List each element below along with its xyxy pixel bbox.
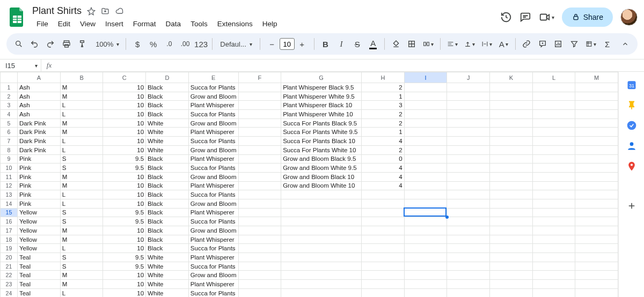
cell-G3[interactable]: Plant Whisperer Black 10 bbox=[281, 101, 362, 110]
cell-D20[interactable]: White bbox=[146, 253, 189, 262]
cell-D19[interactable]: Black bbox=[146, 244, 189, 253]
contacts-icon[interactable] bbox=[626, 140, 637, 151]
cell-J22[interactable] bbox=[447, 271, 490, 280]
cell-K24[interactable] bbox=[489, 288, 532, 297]
cell-C17[interactable]: 10 bbox=[103, 226, 146, 235]
history-icon[interactable] bbox=[500, 11, 512, 23]
cell-B22[interactable]: M bbox=[60, 271, 103, 280]
cell-I21[interactable] bbox=[404, 262, 447, 271]
cell-F1[interactable] bbox=[238, 83, 281, 92]
cell-A13[interactable]: Pink bbox=[17, 190, 60, 199]
menu-format[interactable]: Format bbox=[129, 18, 160, 30]
col-header-F[interactable]: F bbox=[238, 72, 281, 83]
cell-A23[interactable]: Teal bbox=[17, 280, 60, 289]
cell-F18[interactable] bbox=[238, 235, 281, 244]
cell-B16[interactable]: S bbox=[60, 217, 103, 226]
row-header[interactable]: 13 bbox=[1, 190, 18, 199]
cell-K20[interactable] bbox=[489, 253, 532, 262]
cell-A17[interactable]: Yellow bbox=[17, 226, 60, 235]
cell-H1[interactable]: 2 bbox=[362, 83, 405, 92]
cloud-status-icon[interactable] bbox=[115, 7, 125, 16]
cell-M3[interactable] bbox=[575, 101, 618, 110]
cell-I16[interactable] bbox=[404, 217, 447, 226]
cell-A6[interactable]: Dark Pink bbox=[17, 128, 60, 137]
cell-I13[interactable] bbox=[404, 190, 447, 199]
cell-C7[interactable]: 10 bbox=[103, 137, 146, 146]
cell-L24[interactable] bbox=[532, 288, 575, 297]
cell-B3[interactable]: L bbox=[60, 101, 103, 110]
cell-F17[interactable] bbox=[238, 226, 281, 235]
cell-E11[interactable]: Grow and Bloom bbox=[188, 172, 238, 181]
cell-A19[interactable]: Yellow bbox=[17, 244, 60, 253]
cell-E12[interactable]: Plant Whisperer bbox=[188, 181, 238, 190]
cell-H20[interactable] bbox=[362, 253, 405, 262]
cell-F12[interactable] bbox=[238, 181, 281, 190]
cell-F8[interactable] bbox=[238, 145, 281, 154]
cell-C18[interactable]: 10 bbox=[103, 235, 146, 244]
cell-L5[interactable] bbox=[532, 118, 575, 128]
cell-B17[interactable]: M bbox=[60, 226, 103, 235]
cell-K13[interactable] bbox=[489, 190, 532, 199]
cell-I4[interactable] bbox=[404, 110, 447, 119]
cell-J18[interactable] bbox=[447, 235, 490, 244]
cell-I12[interactable] bbox=[404, 181, 447, 190]
cell-C8[interactable]: 10 bbox=[103, 145, 146, 154]
borders-icon[interactable] bbox=[405, 36, 419, 51]
cell-K2[interactable] bbox=[489, 92, 532, 101]
cell-F10[interactable] bbox=[238, 164, 281, 173]
cell-E3[interactable]: Plant Whisperer bbox=[188, 101, 238, 110]
cell-F21[interactable] bbox=[238, 262, 281, 271]
cell-A2[interactable]: Ash bbox=[17, 92, 60, 101]
cell-F20[interactable] bbox=[238, 253, 281, 262]
cell-B6[interactable]: M bbox=[60, 128, 103, 137]
cell-H11[interactable]: 4 bbox=[362, 172, 405, 181]
cell-B4[interactable]: L bbox=[60, 110, 103, 119]
increase-decimal-icon[interactable]: .00 bbox=[178, 36, 192, 51]
cell-C11[interactable]: 10 bbox=[103, 172, 146, 181]
cell-G2[interactable]: Plant Whisperer White 9.5 bbox=[281, 92, 362, 101]
cell-I24[interactable] bbox=[404, 288, 447, 297]
font-family-select[interactable]: Defaul...▾ bbox=[217, 40, 255, 48]
row-header[interactable]: 11 bbox=[1, 172, 18, 181]
cell-K6[interactable] bbox=[489, 128, 532, 137]
decrease-font-icon[interactable]: − bbox=[265, 36, 280, 51]
undo-icon[interactable] bbox=[28, 36, 42, 51]
cell-M13[interactable] bbox=[575, 190, 618, 199]
cell-M21[interactable] bbox=[575, 262, 618, 271]
doc-title[interactable]: Plant Shirts bbox=[32, 5, 82, 17]
cell-A14[interactable]: Pink bbox=[17, 199, 60, 208]
cell-H14[interactable] bbox=[362, 199, 405, 208]
cell-E15[interactable]: Plant Whisperer bbox=[188, 208, 238, 217]
cell-D4[interactable]: Black bbox=[146, 110, 189, 119]
row-header[interactable]: 14 bbox=[1, 199, 18, 208]
valign-icon[interactable]: ▾ bbox=[462, 36, 477, 51]
row-header[interactable]: 17 bbox=[1, 226, 18, 235]
cell-L17[interactable] bbox=[532, 226, 575, 235]
cell-J10[interactable] bbox=[447, 164, 490, 173]
cell-M5[interactable] bbox=[575, 118, 618, 128]
sheets-logo[interactable] bbox=[6, 6, 28, 28]
cell-J1[interactable] bbox=[447, 83, 490, 92]
cell-B24[interactable]: L bbox=[60, 288, 103, 297]
cell-D21[interactable]: White bbox=[146, 262, 189, 271]
cell-H6[interactable]: 1 bbox=[362, 128, 405, 137]
row-header[interactable]: 7 bbox=[1, 137, 18, 146]
cell-J15[interactable] bbox=[447, 208, 490, 217]
cell-H9[interactable]: 0 bbox=[362, 154, 405, 164]
cell-A20[interactable]: Teal bbox=[17, 253, 60, 262]
cell-G8[interactable]: Succa For Plants White 10 bbox=[281, 145, 362, 154]
cell-E10[interactable]: Succa for Plants bbox=[188, 164, 238, 173]
cell-D17[interactable]: Black bbox=[146, 226, 189, 235]
cell-E21[interactable]: Succa for Plants bbox=[188, 262, 238, 271]
menu-extensions[interactable]: Extensions bbox=[213, 18, 257, 30]
cell-G19[interactable] bbox=[281, 244, 362, 253]
cell-F6[interactable] bbox=[238, 128, 281, 137]
cell-G21[interactable] bbox=[281, 262, 362, 271]
cell-G9[interactable]: Grow and Bloom Black 9.5 bbox=[281, 154, 362, 164]
menu-insert[interactable]: Insert bbox=[101, 18, 128, 30]
cell-K7[interactable] bbox=[489, 137, 532, 146]
cell-J13[interactable] bbox=[447, 190, 490, 199]
cell-K5[interactable] bbox=[489, 118, 532, 128]
cell-D14[interactable]: Black bbox=[146, 199, 189, 208]
star-icon[interactable] bbox=[87, 7, 96, 16]
